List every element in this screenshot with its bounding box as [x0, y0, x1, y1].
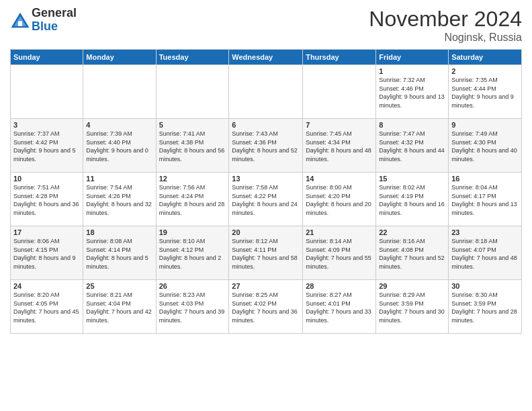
- table-row: 1Sunrise: 7:32 AM Sunset: 4:46 PM Daylig…: [376, 65, 449, 119]
- table-row: 4Sunrise: 7:39 AM Sunset: 4:40 PM Daylig…: [83, 119, 156, 173]
- table-row: 24Sunrise: 8:20 AM Sunset: 4:05 PM Dayli…: [11, 280, 83, 334]
- table-row: 9Sunrise: 7:49 AM Sunset: 4:30 PM Daylig…: [449, 119, 522, 173]
- table-row: 18Sunrise: 8:08 AM Sunset: 4:14 PM Dayli…: [83, 226, 156, 280]
- day-info: Sunrise: 8:00 AM Sunset: 4:20 PM Dayligh…: [306, 183, 373, 217]
- col-wednesday: Wednesday: [229, 50, 303, 65]
- page-container: General Blue November 2024 Noginsk, Russ…: [0, 0, 532, 340]
- day-info: Sunrise: 8:02 AM Sunset: 4:19 PM Dayligh…: [379, 183, 445, 217]
- day-number: 6: [232, 121, 300, 129]
- table-row: 11Sunrise: 7:54 AM Sunset: 4:26 PM Dayli…: [83, 173, 156, 226]
- table-row: 13Sunrise: 7:58 AM Sunset: 4:22 PM Dayli…: [229, 173, 303, 226]
- day-info: Sunrise: 8:23 AM Sunset: 4:03 PM Dayligh…: [159, 291, 226, 324]
- day-info: Sunrise: 7:47 AM Sunset: 4:32 PM Dayligh…: [379, 130, 445, 163]
- day-number: 11: [86, 175, 152, 183]
- day-info: Sunrise: 8:18 AM Sunset: 4:07 PM Dayligh…: [451, 237, 519, 271]
- day-number: 23: [451, 228, 519, 236]
- day-number: 2: [451, 67, 519, 75]
- table-row: [229, 65, 303, 119]
- day-number: 15: [379, 175, 445, 183]
- month-year: November 2024: [369, 7, 522, 32]
- day-number: 10: [13, 175, 80, 183]
- day-info: Sunrise: 7:32 AM Sunset: 4:46 PM Dayligh…: [379, 76, 445, 109]
- day-info: Sunrise: 8:04 AM Sunset: 4:17 PM Dayligh…: [451, 183, 519, 217]
- calendar-week-row: 1Sunrise: 7:32 AM Sunset: 4:46 PM Daylig…: [11, 65, 522, 119]
- table-row: 29Sunrise: 8:29 AM Sunset: 3:59 PM Dayli…: [376, 280, 449, 334]
- day-info: Sunrise: 8:25 AM Sunset: 4:02 PM Dayligh…: [232, 291, 300, 324]
- table-row: 19Sunrise: 8:10 AM Sunset: 4:12 PM Dayli…: [156, 226, 229, 280]
- calendar-table: Sunday Monday Tuesday Wednesday Thursday…: [10, 49, 522, 334]
- day-number: 8: [379, 121, 445, 129]
- day-info: Sunrise: 7:37 AM Sunset: 4:42 PM Dayligh…: [13, 130, 80, 163]
- day-info: Sunrise: 8:30 AM Sunset: 3:59 PM Dayligh…: [451, 291, 519, 324]
- table-row: 21Sunrise: 8:14 AM Sunset: 4:09 PM Dayli…: [303, 226, 376, 280]
- day-info: Sunrise: 7:58 AM Sunset: 4:22 PM Dayligh…: [232, 183, 300, 217]
- day-info: Sunrise: 7:43 AM Sunset: 4:36 PM Dayligh…: [232, 130, 300, 163]
- day-info: Sunrise: 8:27 AM Sunset: 4:01 PM Dayligh…: [306, 291, 373, 324]
- svg-rect-2: [18, 21, 22, 26]
- table-row: 6Sunrise: 7:43 AM Sunset: 4:36 PM Daylig…: [229, 119, 303, 173]
- calendar-header-row: Sunday Monday Tuesday Wednesday Thursday…: [11, 50, 522, 65]
- day-info: Sunrise: 7:56 AM Sunset: 4:24 PM Dayligh…: [159, 183, 226, 217]
- day-info: Sunrise: 8:29 AM Sunset: 3:59 PM Dayligh…: [379, 291, 445, 324]
- table-row: [303, 65, 376, 119]
- day-number: 4: [86, 121, 152, 129]
- table-row: 5Sunrise: 7:41 AM Sunset: 4:38 PM Daylig…: [156, 119, 229, 173]
- day-info: Sunrise: 7:35 AM Sunset: 4:44 PM Dayligh…: [451, 76, 519, 109]
- day-number: 1: [379, 67, 445, 75]
- table-row: [83, 65, 156, 119]
- day-number: 7: [306, 121, 373, 129]
- table-row: 7Sunrise: 7:45 AM Sunset: 4:34 PM Daylig…: [303, 119, 376, 173]
- day-number: 18: [86, 228, 152, 236]
- day-number: 12: [159, 175, 226, 183]
- day-number: 17: [13, 228, 80, 236]
- calendar-week-row: 10Sunrise: 7:51 AM Sunset: 4:28 PM Dayli…: [11, 173, 522, 226]
- day-info: Sunrise: 8:16 AM Sunset: 4:08 PM Dayligh…: [379, 237, 445, 271]
- logo-general: General: [32, 6, 77, 19]
- table-row: 28Sunrise: 8:27 AM Sunset: 4:01 PM Dayli…: [303, 280, 376, 334]
- day-info: Sunrise: 8:08 AM Sunset: 4:14 PM Dayligh…: [86, 237, 152, 271]
- col-monday: Monday: [83, 50, 156, 65]
- table-row: 12Sunrise: 7:56 AM Sunset: 4:24 PM Dayli…: [156, 173, 229, 226]
- col-saturday: Saturday: [449, 50, 522, 65]
- day-number: 28: [306, 282, 373, 290]
- logo-icon: [10, 10, 30, 30]
- table-row: 3Sunrise: 7:37 AM Sunset: 4:42 PM Daylig…: [11, 119, 83, 173]
- col-tuesday: Tuesday: [156, 50, 229, 65]
- table-row: 8Sunrise: 7:47 AM Sunset: 4:32 PM Daylig…: [376, 119, 449, 173]
- day-number: 22: [379, 228, 445, 236]
- day-number: 14: [306, 175, 373, 183]
- day-number: 16: [451, 175, 519, 183]
- table-row: 20Sunrise: 8:12 AM Sunset: 4:11 PM Dayli…: [229, 226, 303, 280]
- day-info: Sunrise: 8:12 AM Sunset: 4:11 PM Dayligh…: [232, 237, 300, 271]
- table-row: 27Sunrise: 8:25 AM Sunset: 4:02 PM Dayli…: [229, 280, 303, 334]
- day-info: Sunrise: 8:14 AM Sunset: 4:09 PM Dayligh…: [306, 237, 373, 271]
- table-row: 30Sunrise: 8:30 AM Sunset: 3:59 PM Dayli…: [449, 280, 522, 334]
- location: Noginsk, Russia: [369, 32, 522, 44]
- day-number: 19: [159, 228, 226, 236]
- day-number: 13: [232, 175, 300, 183]
- day-number: 3: [13, 121, 80, 129]
- page-header: General Blue November 2024 Noginsk, Russ…: [10, 7, 522, 44]
- table-row: 22Sunrise: 8:16 AM Sunset: 4:08 PM Dayli…: [376, 226, 449, 280]
- day-number: 5: [159, 121, 226, 129]
- table-row: [156, 65, 229, 119]
- logo: General Blue: [10, 7, 77, 34]
- logo-text: General Blue: [32, 7, 77, 34]
- table-row: 25Sunrise: 8:21 AM Sunset: 4:04 PM Dayli…: [83, 280, 156, 334]
- calendar-week-row: 17Sunrise: 8:06 AM Sunset: 4:15 PM Dayli…: [11, 226, 522, 280]
- day-info: Sunrise: 8:10 AM Sunset: 4:12 PM Dayligh…: [159, 237, 226, 271]
- logo-blue: Blue: [32, 19, 58, 33]
- day-info: Sunrise: 7:45 AM Sunset: 4:34 PM Dayligh…: [306, 130, 373, 163]
- calendar-week-row: 24Sunrise: 8:20 AM Sunset: 4:05 PM Dayli…: [11, 280, 522, 334]
- day-info: Sunrise: 8:20 AM Sunset: 4:05 PM Dayligh…: [13, 291, 80, 324]
- table-row: [11, 65, 83, 119]
- day-number: 25: [86, 282, 152, 290]
- day-number: 27: [232, 282, 300, 290]
- table-row: 17Sunrise: 8:06 AM Sunset: 4:15 PM Dayli…: [11, 226, 83, 280]
- col-friday: Friday: [376, 50, 449, 65]
- day-info: Sunrise: 7:54 AM Sunset: 4:26 PM Dayligh…: [86, 183, 152, 217]
- day-info: Sunrise: 8:21 AM Sunset: 4:04 PM Dayligh…: [86, 291, 152, 324]
- col-thursday: Thursday: [303, 50, 376, 65]
- table-row: 23Sunrise: 8:18 AM Sunset: 4:07 PM Dayli…: [449, 226, 522, 280]
- table-row: 16Sunrise: 8:04 AM Sunset: 4:17 PM Dayli…: [449, 173, 522, 226]
